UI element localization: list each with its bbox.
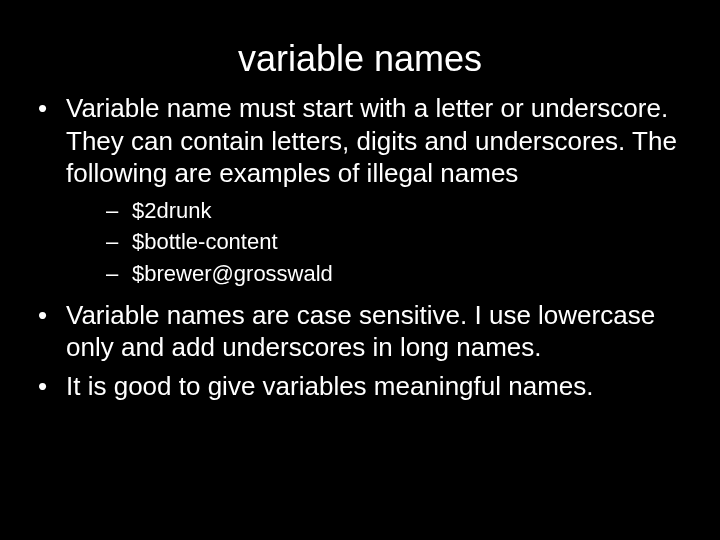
sub-bullet-item: $bottle-content [66,227,690,257]
slide-title: variable names [30,38,690,80]
bullet-item: Variable name must start with a letter o… [30,92,690,289]
bullet-list: Variable name must start with a letter o… [30,92,690,402]
bullet-text: It is good to give variables meaningful … [66,371,594,401]
sub-bullet-item: $2drunk [66,196,690,226]
sub-bullet-list: $2drunk $bottle-content $brewer@grosswal… [66,196,690,289]
bullet-text: Variable name must start with a letter o… [66,93,677,188]
sub-bullet-item: $brewer@grosswald [66,259,690,289]
bullet-item: It is good to give variables meaningful … [30,370,690,403]
bullet-item: Variable names are case sensitive. I use… [30,299,690,364]
slide: variable names Variable name must start … [0,0,720,540]
bullet-text: Variable names are case sensitive. I use… [66,300,655,363]
